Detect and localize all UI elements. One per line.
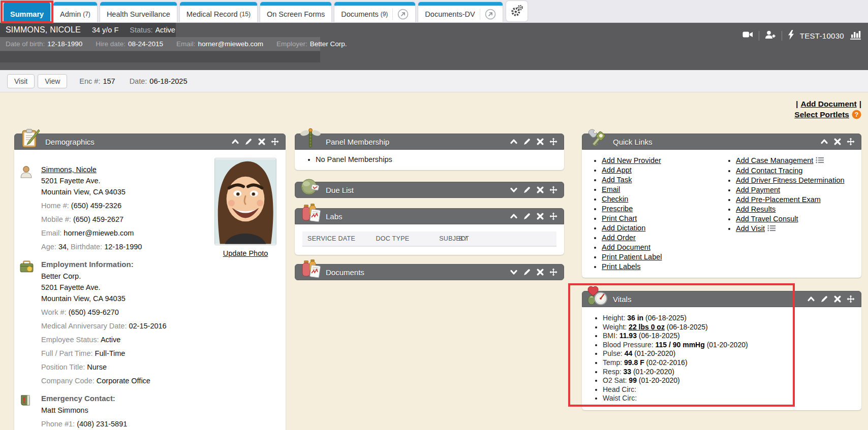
bar-chart-icon[interactable] xyxy=(850,29,861,42)
edit-icon[interactable] xyxy=(523,138,531,146)
portlet-header[interactable]: Demographics xyxy=(14,134,286,150)
quick-link-item: Add Travel Consult xyxy=(736,214,856,224)
patient-info-field: Date of birth:12-18-1990 xyxy=(6,40,82,48)
quick-link[interactable]: Print Labels xyxy=(602,262,641,271)
header-scrollbar-track[interactable] xyxy=(0,51,320,62)
portlet-header[interactable]: Quick Links xyxy=(582,134,861,150)
add-document-link[interactable]: Add Document xyxy=(800,98,856,109)
popout-icon[interactable] xyxy=(392,9,409,20)
column-header[interactable]: DOC TYPE xyxy=(376,235,439,242)
quick-link[interactable]: Add Case Management xyxy=(736,156,813,164)
column-header[interactable]: SUBJECT xyxy=(439,235,458,242)
edit-icon[interactable] xyxy=(523,212,531,220)
vital-label: Weight: xyxy=(603,323,627,331)
move-icon[interactable] xyxy=(549,186,557,194)
quick-link[interactable]: Print Patient Label xyxy=(602,253,662,261)
expand-icon[interactable] xyxy=(510,186,518,194)
move-icon[interactable] xyxy=(847,295,855,303)
edit-icon[interactable] xyxy=(820,295,828,303)
portlet-vitals: Vitals Height: 36 in (06-18-2025) xyxy=(582,291,861,410)
labs-body: SERVICE DATEDOC TYPESUBJECTBY xyxy=(295,224,564,255)
panel-membership-body: No Panel Memberships xyxy=(295,150,564,170)
collapse-icon[interactable] xyxy=(807,295,815,303)
tab[interactable]: Documents (9) xyxy=(334,2,415,22)
move-icon[interactable] xyxy=(847,138,855,146)
patient-info-field: Email:horner@mieweb.com xyxy=(176,40,263,48)
help-icon[interactable]: ? xyxy=(852,110,861,119)
edit-icon[interactable] xyxy=(523,268,531,276)
tab[interactable]: On Screen Forms xyxy=(260,2,331,22)
portlet-header[interactable]: Documents xyxy=(295,264,564,280)
quick-link[interactable]: Add Driver Fitness Determination xyxy=(736,176,845,184)
quick-link[interactable]: Add Dictation xyxy=(602,224,645,232)
portlet-documents: Documents xyxy=(295,264,564,280)
close-icon[interactable] xyxy=(833,138,842,146)
quick-link[interactable]: Add Visit xyxy=(736,224,765,233)
demographics-body: Update Photo Simmons, Nicole xyxy=(14,150,286,430)
edit-icon[interactable] xyxy=(244,138,253,146)
column-header[interactable]: BY xyxy=(459,235,468,242)
portlet-header[interactable]: Labs xyxy=(295,208,564,224)
portlet-header[interactable]: Vitals xyxy=(582,291,861,307)
line-label: Position Title: xyxy=(41,363,85,371)
quick-link[interactable]: Print Chart xyxy=(602,214,637,222)
portlet-header[interactable]: Panel Membership xyxy=(295,134,564,150)
lightning-bolt-icon[interactable] xyxy=(788,30,794,42)
expand-icon[interactable] xyxy=(510,268,518,276)
portlet-header[interactable]: Due List xyxy=(295,182,564,198)
quick-link-item: Add Document xyxy=(602,243,722,252)
close-icon[interactable] xyxy=(536,212,544,220)
quick-link[interactable]: Add Pre-Placement Exam xyxy=(736,195,821,204)
quick-link[interactable]: Add Order xyxy=(602,234,636,242)
edit-icon[interactable] xyxy=(523,186,531,194)
video-camera-icon[interactable] xyxy=(742,30,753,41)
quick-link[interactable]: Add Results xyxy=(736,205,776,213)
quick-link-item: Add Results xyxy=(736,205,856,214)
collapse-icon[interactable] xyxy=(820,138,828,146)
quick-link[interactable]: Add Payment xyxy=(736,186,780,194)
quick-link[interactable]: Checkin xyxy=(602,195,628,203)
move-icon[interactable] xyxy=(549,138,557,146)
chart-tab-settings-button[interactable] xyxy=(506,1,528,21)
view-button[interactable]: View xyxy=(38,74,67,88)
list-menu-icon[interactable] xyxy=(816,157,824,165)
quick-link[interactable]: Add Appt xyxy=(602,166,632,174)
tab[interactable]: Documents-DV xyxy=(418,2,502,22)
quick-link-item: Add Order xyxy=(602,233,722,243)
move-icon[interactable] xyxy=(271,138,279,146)
tab[interactable]: Admin (7) xyxy=(53,2,97,22)
move-icon[interactable] xyxy=(549,212,557,220)
quick-link[interactable]: Add Document xyxy=(602,243,650,251)
collapse-icon[interactable] xyxy=(231,138,239,146)
vital-row: BMI: 11.93 (06-18-2025) xyxy=(603,332,854,341)
quick-link[interactable]: Add Contact Tracing xyxy=(736,167,802,175)
move-icon[interactable] xyxy=(549,268,557,276)
vital-row: Height: 36 in (06-18-2025) xyxy=(603,314,854,323)
quick-link[interactable]: Prescribe xyxy=(602,205,633,213)
list-menu-icon[interactable] xyxy=(767,225,776,233)
patient-name-link[interactable]: Simmons, Nicole xyxy=(41,166,97,174)
quick-link[interactable]: Add New Provider xyxy=(602,156,661,164)
tab[interactable]: Health Surveillance xyxy=(100,2,177,22)
select-portlets-link[interactable]: Select Portlets xyxy=(794,109,849,120)
close-icon[interactable] xyxy=(258,138,266,146)
close-icon[interactable] xyxy=(536,138,544,146)
tab[interactable]: Medical Record (15) xyxy=(180,2,257,22)
panel-membership-list: No Panel Memberships xyxy=(302,154,557,165)
portlet-title: Vitals xyxy=(613,295,631,304)
quick-link[interactable]: Add Travel Consult xyxy=(736,215,798,223)
quick-link[interactable]: Add Task xyxy=(602,176,632,184)
collapse-icon[interactable] xyxy=(510,212,518,220)
quick-link[interactable]: Email xyxy=(602,185,620,193)
field-label: Date of birth: xyxy=(6,40,45,48)
person-add-icon[interactable] xyxy=(765,30,776,41)
tab[interactable]: Summary xyxy=(4,2,50,22)
update-photo-link[interactable]: Update Photo xyxy=(223,249,268,257)
collapse-icon[interactable] xyxy=(510,138,518,146)
visit-button[interactable]: Visit xyxy=(7,74,35,88)
close-icon[interactable] xyxy=(536,268,544,276)
close-icon[interactable] xyxy=(536,186,544,194)
popout-icon[interactable] xyxy=(480,9,496,20)
column-header[interactable]: SERVICE DATE xyxy=(307,235,376,242)
close-icon[interactable] xyxy=(833,295,842,303)
